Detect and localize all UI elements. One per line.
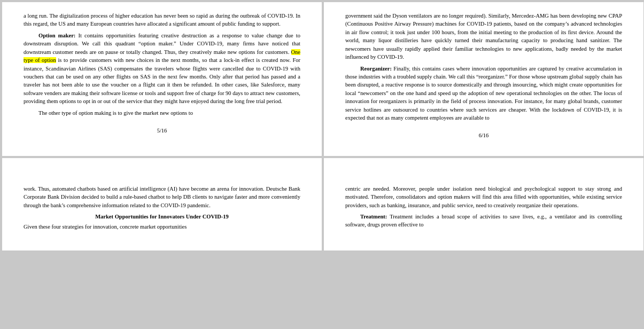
- para-treatment: Treatment: Treatment includes a broad sc…: [345, 213, 622, 229]
- heading-treatment: Treatment:: [360, 214, 387, 220]
- page-5-content: a long run. The digitalization process o…: [24, 12, 300, 117]
- highlight-type-of-option: One type of option: [24, 49, 300, 63]
- page-bottom-right: centric are needed. Moreover, people und…: [324, 158, 643, 250]
- heading-reorganizer: Reorganizer:: [360, 66, 392, 72]
- page-5: a long run. The digitalization process o…: [2, 2, 322, 156]
- para-reorganizer: Reorganizer: Finally, this contains case…: [345, 65, 622, 122]
- page-6: government said the Dyson ventilators ar…: [324, 2, 643, 156]
- document-viewer: a long run. The digitalization process o…: [0, 0, 644, 253]
- heading-option-maker: Option maker:: [38, 33, 75, 38]
- page-number-6: 6/16: [345, 131, 622, 139]
- page-bottom-left: work. Thus, automated chatbots based on …: [2, 158, 322, 250]
- heading-market-opportunities: Market Opportunities for Innovators Unde…: [24, 213, 300, 221]
- bottom-pages-row: work. Thus, automated chatbots based on …: [0, 158, 644, 253]
- para-intro-left: a long run. The digitalization process o…: [24, 12, 300, 28]
- page-6-content: government said the Dyson ventilators ar…: [345, 12, 622, 122]
- page-bottom-left-content: work. Thus, automated chatbots based on …: [24, 185, 300, 231]
- page-bottom-right-content: centric are needed. Moreover, people und…: [345, 185, 622, 229]
- para-government: government said the Dyson ventilators ar…: [345, 12, 622, 61]
- para-four-strategies: Given these four strategies for innovati…: [24, 223, 300, 231]
- page-number-5: 5/16: [24, 127, 300, 135]
- para-other-option: The other type of option making is to gi…: [24, 109, 300, 117]
- top-pages-row: a long run. The digitalization process o…: [0, 0, 644, 156]
- para-centric: centric are needed. Moreover, people und…: [345, 185, 622, 209]
- para-chatbot: work. Thus, automated chatbots based on …: [24, 185, 300, 209]
- para-option-maker: Option maker: It contains opportunities …: [24, 32, 300, 106]
